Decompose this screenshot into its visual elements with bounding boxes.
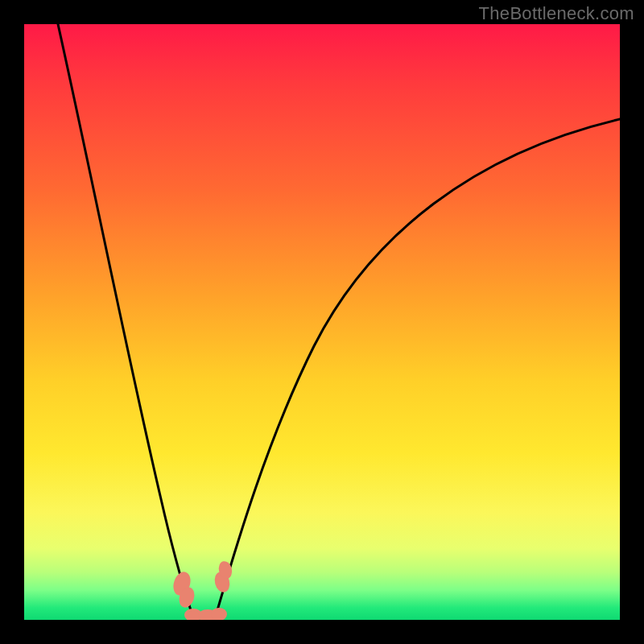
chart-frame: TheBottleneck.com: [0, 0, 644, 644]
watermark-text: TheBottleneck.com: [479, 3, 634, 24]
curve-left-branch: [58, 24, 191, 610]
marker-left-foot: [171, 570, 197, 610]
curves-svg: [24, 24, 620, 620]
curve-right-branch: [217, 119, 620, 610]
plot-area: [24, 24, 620, 620]
svg-point-6: [211, 608, 227, 620]
marker-min: [184, 608, 227, 620]
